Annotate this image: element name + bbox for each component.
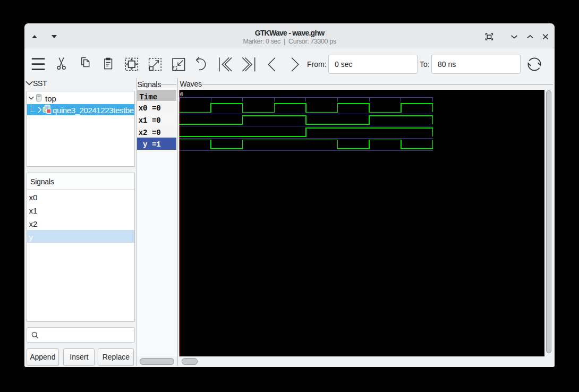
svg-text:0: 0 [180,91,184,97]
